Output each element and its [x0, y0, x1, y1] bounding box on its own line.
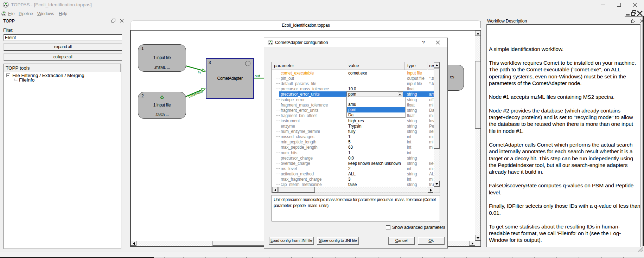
svg-text:database: database [187, 89, 203, 98]
svg-text:in: in [197, 70, 201, 75]
svg-text:out: out [255, 74, 260, 78]
